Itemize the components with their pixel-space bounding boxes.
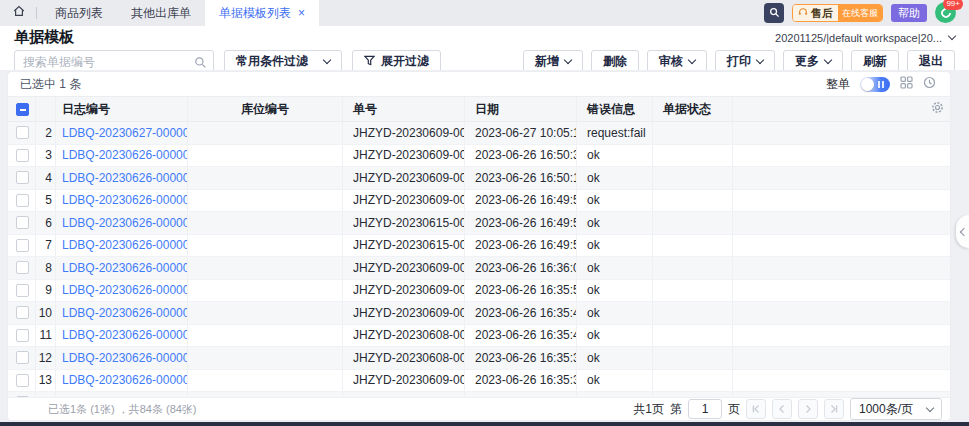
- table-row[interactable]: 13LDBQ-20230626-00000031JHZYD-20230609-0…: [8, 370, 950, 393]
- help-button[interactable]: 帮助: [891, 4, 927, 22]
- log-number-link[interactable]: LDBQ-20230626-00000033: [56, 325, 188, 347]
- date-cell: 2023-06-26 16:50:37: [465, 145, 577, 167]
- history-clock-icon[interactable]: [923, 75, 936, 93]
- page-size-select[interactable]: 1000条/页: [850, 398, 942, 420]
- date-cell: 2023-06-27 10:05:13: [465, 122, 577, 144]
- whole-doc-toggle[interactable]: [860, 77, 890, 92]
- table-card: 已选中 1 条 整单 日志编号 库位编号 单号 日期 错误信息 单据状态: [8, 72, 950, 420]
- row-checkbox[interactable]: [8, 167, 36, 189]
- table-row[interactable]: 7LDBQ-20230626-00000037JHZYD-20230615-00…: [8, 235, 950, 258]
- button-label: 删除: [603, 53, 627, 70]
- table-row[interactable]: 6LDBQ-20230626-00000038JHZYD-20230615-00…: [8, 212, 950, 235]
- table-row[interactable]: 12LDBQ-20230626-00000032JHZYD-20230608-0…: [8, 347, 950, 370]
- row-number: 5: [36, 190, 56, 212]
- row-checkbox[interactable]: [8, 212, 36, 234]
- button-label: 审核: [659, 53, 683, 70]
- gear-spacer-cell: [924, 167, 950, 189]
- table-row[interactable]: 8LDBQ-20230626-00000036JHZYD-20230609-00…: [8, 257, 950, 280]
- row-checkbox[interactable]: [8, 122, 36, 144]
- table-header-row: 日志编号 库位编号 单号 日期 错误信息 单据状态: [8, 96, 950, 122]
- close-icon[interactable]: ×: [298, 7, 305, 19]
- column-header-status[interactable]: 单据状态: [653, 97, 733, 121]
- log-number-link[interactable]: LDBQ-20230626-00000035: [56, 280, 188, 302]
- table-footer: 已选1条 (1张) ，共84条 (84张) 共1页 第 页: [8, 397, 950, 420]
- table-row[interactable]: 5LDBQ-20230626-00000039JHZYD-20230609-00…: [8, 190, 950, 213]
- log-number-link[interactable]: LDBQ-20230626-00000041: [56, 145, 188, 167]
- row-checkbox[interactable]: [8, 280, 36, 302]
- collapse-panel-handle[interactable]: [956, 215, 969, 248]
- last-page-button[interactable]: [824, 399, 844, 419]
- next-page-button[interactable]: [798, 399, 818, 419]
- log-number-link[interactable]: LDBQ-20230627-00000001: [56, 122, 188, 144]
- gear-spacer-cell: [924, 235, 950, 257]
- doc-number-cell: JHZYD-20230609-0002: [343, 280, 465, 302]
- customer-service-button[interactable]: 售后 在线客服: [792, 4, 883, 22]
- selected-count-text: 已选中 1 条: [20, 76, 81, 93]
- workspace-selector[interactable]: 20201125/|default workspace|20...: [775, 32, 955, 44]
- column-header-log-no[interactable]: 日志编号: [56, 97, 188, 121]
- log-number-link[interactable]: LDBQ-20230626-00000040: [56, 167, 188, 189]
- select-all-checkbox[interactable]: [8, 97, 36, 121]
- location-cell: [188, 370, 343, 392]
- pagination: 共1页 第 页 1000条/页: [633, 398, 942, 420]
- table-row[interactable]: 10LDBQ-20230626-00000034JHZYD-20230609-0…: [8, 302, 950, 325]
- row-checkbox[interactable]: [8, 325, 36, 347]
- column-header-date[interactable]: 日期: [465, 97, 577, 121]
- log-number-link[interactable]: LDBQ-20230626-00000039: [56, 190, 188, 212]
- log-number-link[interactable]: LDBQ-20230626-00000031: [56, 370, 188, 392]
- tab-product-list[interactable]: 商品列表: [41, 0, 117, 26]
- expand-filter-label: 展开过滤: [381, 53, 429, 70]
- tab-template-list-active[interactable]: 单据模板列表 ×: [205, 0, 319, 26]
- chevron-down-icon: [323, 56, 331, 64]
- global-search-button[interactable]: [764, 3, 784, 23]
- tab-other-outbound[interactable]: 其他出库单: [117, 0, 205, 26]
- grid-view-icon[interactable]: [900, 75, 913, 93]
- status-cell: [653, 347, 733, 369]
- home-button[interactable]: [6, 0, 32, 26]
- error-message-cell: ok: [577, 145, 653, 167]
- error-message-cell: ok: [577, 302, 653, 324]
- row-checkbox[interactable]: [8, 190, 36, 212]
- table-row[interactable]: 4LDBQ-20230626-00000040JHZYD-20230609-00…: [8, 167, 950, 190]
- row-checkbox[interactable]: [8, 257, 36, 279]
- row-checkbox[interactable]: [8, 370, 36, 392]
- log-number-link[interactable]: LDBQ-20230626-00000036: [56, 257, 188, 279]
- column-header-error[interactable]: 错误信息: [577, 97, 653, 121]
- log-number-link[interactable]: LDBQ-20230626-00000037: [56, 235, 188, 257]
- page-number-input[interactable]: [688, 399, 722, 419]
- column-header-location[interactable]: 库位编号: [188, 97, 343, 121]
- doc-number-cell: JHZYD-20230608-0005: [343, 347, 465, 369]
- table-row[interactable]: 3LDBQ-20230626-00000041JHZYD-20230609-00…: [8, 145, 950, 168]
- table-row[interactable]: 2LDBQ-20230627-00000001JHZYD-20230609-00…: [8, 122, 950, 145]
- filter-funnel-icon: [364, 55, 375, 69]
- status-cell: [653, 370, 733, 392]
- log-number-link[interactable]: LDBQ-20230626-00000032: [56, 347, 188, 369]
- row-checkbox[interactable]: [8, 347, 36, 369]
- row-checkbox[interactable]: [8, 235, 36, 257]
- button-label: 打印: [727, 53, 751, 70]
- log-number-link[interactable]: LDBQ-20230626-00000034: [56, 302, 188, 324]
- status-cell: [653, 122, 733, 144]
- location-cell: [188, 347, 343, 369]
- error-message-cell: ok: [577, 347, 653, 369]
- table-row[interactable]: 9LDBQ-20230626-00000035JHZYD-20230609-00…: [8, 280, 950, 303]
- column-header-doc-no[interactable]: 单号: [343, 97, 465, 121]
- row-number: 3: [36, 145, 56, 167]
- row-checkbox[interactable]: [8, 145, 36, 167]
- user-avatar[interactable]: 99+: [935, 2, 957, 24]
- online-service-label: 在线客服: [838, 5, 882, 21]
- first-page-button[interactable]: [746, 399, 766, 419]
- date-cell: 2023-06-26 16:35:49: [465, 302, 577, 324]
- prev-page-button[interactable]: [772, 399, 792, 419]
- row-checkbox[interactable]: [8, 302, 36, 324]
- filler-cell: [733, 190, 924, 212]
- page-size-label: 1000条/页: [859, 401, 913, 418]
- status-cell: [653, 325, 733, 347]
- log-number-link[interactable]: LDBQ-20230626-00000038: [56, 212, 188, 234]
- column-settings-button[interactable]: [924, 97, 950, 121]
- filler-cell: [733, 167, 924, 189]
- doc-number-cell: JHZYD-20230608-0005: [343, 325, 465, 347]
- error-message-cell: ok: [577, 280, 653, 302]
- table-row[interactable]: 11LDBQ-20230626-00000033JHZYD-20230608-0…: [8, 325, 950, 348]
- row-number-header: [36, 97, 56, 121]
